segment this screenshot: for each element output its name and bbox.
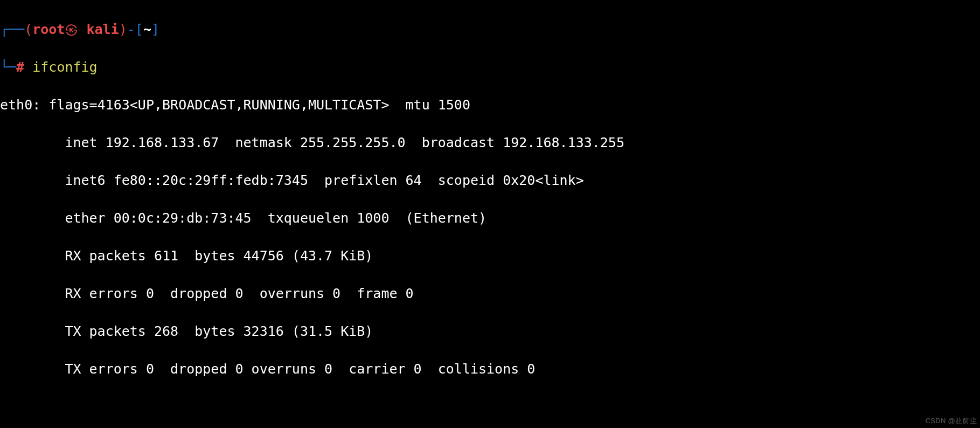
prompt-host: kali	[87, 22, 119, 37]
eth0-tx-errors: TX errors 0 dropped 0 overruns 0 carrier…	[0, 360, 980, 378]
eth0-ether: ether 00:0c:29:db:73:45 txqueuelen 1000 …	[0, 209, 980, 227]
terminal-output[interactable]: ┌──(root㉿ kali)-[~] └─# ifconfig eth0: f…	[0, 0, 980, 428]
prompt-corner-bottom-icon: └─	[0, 59, 16, 75]
blank-line-1	[0, 397, 980, 416]
prompt-dash: -	[127, 22, 135, 37]
prompt-host-spacer	[78, 22, 86, 37]
prompt-user: root	[32, 22, 65, 37]
prompt-open-bracket: [	[135, 22, 143, 37]
prompt-hash: #	[16, 59, 24, 75]
eth0-rx-packets: RX packets 611 bytes 44756 (43.7 KiB)	[0, 246, 980, 265]
prompt-close-bracket: ]	[151, 22, 159, 37]
eth0-header: eth0: flags=4163<UP,BROADCAST,RUNNING,MU…	[0, 95, 980, 114]
watermark-text: CSDN @赴前尘	[926, 416, 977, 426]
eth0-inet6: inet6 fe80::20c:29ff:fedb:7345 prefixlen…	[0, 171, 980, 190]
prompt-open-paren: (	[24, 22, 32, 37]
prompt-path: ~	[143, 22, 151, 37]
prompt-corner-top-icon: ┌──	[0, 22, 24, 37]
prompt-line-2: └─# ifconfig	[0, 58, 980, 77]
prompt-line-1: ┌──(root㉿ kali)-[~]	[0, 19, 980, 39]
command-text: ifconfig	[32, 59, 97, 75]
eth0-tx-packets: TX packets 268 bytes 32316 (31.5 KiB)	[0, 322, 980, 341]
eth0-inet: inet 192.168.133.67 netmask 255.255.255.…	[0, 133, 980, 152]
prompt-close-paren: )	[119, 22, 127, 37]
skull-icon: ㉿	[65, 22, 78, 37]
eth0-rx-errors: RX errors 0 dropped 0 overruns 0 frame 0	[0, 284, 980, 303]
